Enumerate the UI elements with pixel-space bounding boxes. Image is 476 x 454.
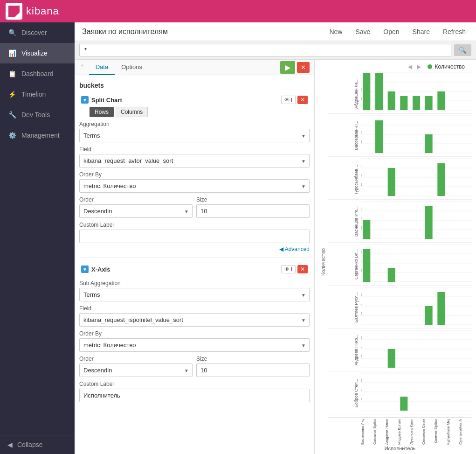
run-button[interactable]: ▶ xyxy=(280,61,295,74)
management-icon: ⚙️ xyxy=(7,131,17,140)
sidebar-item-dashboard[interactable]: 📋 Dashboard xyxy=(0,63,75,84)
svg-text:1: 1 xyxy=(361,311,362,315)
next-arrow-icon[interactable]: ▶ xyxy=(417,63,421,70)
sidebar-item-devtools[interactable]: 🔧 Dev Tools xyxy=(0,105,75,125)
svg-rect-10 xyxy=(375,73,383,110)
logo: kibana xyxy=(6,3,59,20)
size1-input[interactable] xyxy=(196,204,310,218)
refresh-button[interactable]: Refresh xyxy=(440,26,469,37)
open-button[interactable]: Open xyxy=(380,26,402,37)
field1-select-wrap: kibana_request_avtor_value_sort ▼ xyxy=(79,154,310,168)
columns-button[interactable]: Columns xyxy=(116,107,148,117)
svg-text:1: 1 xyxy=(361,354,362,358)
panel-close-button[interactable]: ✕ xyxy=(297,62,310,73)
sidebar-label-visualize: Visualize xyxy=(21,49,48,57)
sidebar-item-timelion[interactable]: ⚡ Timelion xyxy=(0,84,75,105)
order1-select[interactable]: Descendin Ascending xyxy=(79,204,193,218)
tab-data[interactable]: Data xyxy=(89,60,115,75)
svg-text:4: 4 xyxy=(361,201,362,201)
visualize-icon: 📊 xyxy=(7,49,17,58)
svg-text:2: 2 xyxy=(361,302,362,306)
search-button[interactable]: 🔍 xyxy=(454,44,471,56)
logo-text: kibana xyxy=(26,5,59,17)
sidebar-item-visualize[interactable]: 📊 Visualize xyxy=(0,43,75,63)
order-by1-select[interactable]: metric: Количество xyxy=(79,179,310,193)
svg-text:1: 1 xyxy=(361,268,362,272)
svg-rect-80 xyxy=(388,349,395,368)
sidebar-item-discover[interactable]: 🔍 Discover xyxy=(0,22,75,43)
collapse-button[interactable]: ◀ Collapse xyxy=(0,435,75,454)
panel-content: buckets ▼ Split Chart 👁 I ✕ xyxy=(75,75,314,454)
size2-col: Size xyxy=(196,352,310,377)
separator1 xyxy=(79,257,310,258)
svg-text:2: 2 xyxy=(361,87,362,91)
x-axis-title: ▼ X-Axis xyxy=(81,265,110,273)
panel-actions: ▶ ✕ xyxy=(280,60,310,75)
split-chart-toggle[interactable]: ▼ xyxy=(81,96,89,104)
svg-rect-48 xyxy=(425,206,433,239)
chart-row-label: Балтиев Русл... xyxy=(354,292,359,322)
chart-row: Балтиев Русл...1234 xyxy=(328,286,472,328)
x-axis-eye-button[interactable]: 👁 I xyxy=(281,265,296,273)
aggregation1-select-wrap: Terms Filters Range ▼ xyxy=(79,129,310,142)
x-axis-delete-button[interactable]: ✕ xyxy=(297,265,308,273)
aggregation1-select[interactable]: Terms Filters Range xyxy=(79,129,310,142)
panel-tabs: * Data Options ▶ ✕ xyxy=(75,60,314,75)
svg-text:2: 2 xyxy=(361,173,362,177)
svg-rect-70 xyxy=(425,306,433,325)
chart-row: Бобров Степ...1234 xyxy=(328,372,472,414)
sidebar-label-discover: Discover xyxy=(21,29,47,36)
prev-arrow-icon[interactable]: ◀ xyxy=(408,63,412,70)
x-axis-label: Калиев Ербол xyxy=(434,419,446,445)
split-chart-title: ▼ Split Chart xyxy=(81,96,122,104)
order-by2-select[interactable]: metric: Количество xyxy=(79,338,310,352)
field1-label: Field xyxy=(79,146,310,153)
x-axis-label: Мадиев Ергали xyxy=(397,419,409,445)
size2-label: Size xyxy=(196,356,310,362)
save-button[interactable]: Save xyxy=(352,26,373,37)
custom-label2-input[interactable] xyxy=(79,389,310,402)
order1-select-wrap: Descendin Ascending ▼ xyxy=(79,204,193,218)
tab-options[interactable]: Options xyxy=(115,60,149,75)
advanced-link[interactable]: ◀ Advanced xyxy=(79,246,310,252)
sidebar-item-management[interactable]: ⚙️ Management xyxy=(0,125,75,146)
order-size2-row: Order Descendin Ascending ▼ xyxy=(79,352,310,377)
split-chart-label: Split Chart xyxy=(91,97,122,104)
chart-row-label: Вассерман-Л... xyxy=(354,121,359,150)
svg-text:2: 2 xyxy=(361,130,362,134)
chart-svg: 1234 xyxy=(360,244,472,286)
field2-label: Field xyxy=(79,305,310,312)
rows-button[interactable]: Rows xyxy=(90,107,114,117)
custom-label1-input[interactable] xyxy=(79,230,310,243)
sub-agg-select[interactable]: Terms Filters xyxy=(79,288,310,301)
size2-input[interactable] xyxy=(196,363,310,377)
title-bar: Заявки по исполнителям New Save Open Sha… xyxy=(75,22,476,41)
svg-rect-13 xyxy=(413,96,420,110)
timelion-icon: ⚡ xyxy=(7,90,17,99)
split-chart-eye-button[interactable]: 👁 I xyxy=(281,96,296,104)
x-axis-label: Саматов Ербол А... xyxy=(373,419,385,445)
svg-text:3: 3 xyxy=(361,78,362,82)
svg-rect-9 xyxy=(363,73,370,110)
x-axis-toggle[interactable]: ▼ xyxy=(81,265,89,273)
field1-select[interactable]: kibana_request_avtor_value_sort xyxy=(79,154,310,168)
split-chart-delete-button[interactable]: ✕ xyxy=(297,96,308,104)
buckets-section-title: buckets xyxy=(79,82,310,89)
chart-row: Туросынбаева ...1234 xyxy=(328,158,472,200)
svg-rect-26 xyxy=(425,134,433,153)
order-by1-select-wrap: metric: Количество ▼ xyxy=(79,179,310,193)
svg-rect-59 xyxy=(388,268,395,282)
svg-text:4: 4 xyxy=(361,372,362,373)
discover-icon: 🔍 xyxy=(7,28,17,37)
order2-select[interactable]: Descendin Ascending xyxy=(79,363,193,377)
svg-text:1: 1 xyxy=(361,97,362,100)
tab-label: * xyxy=(79,60,85,75)
svg-rect-37 xyxy=(437,163,445,196)
search-input[interactable] xyxy=(79,44,451,56)
field2-select[interactable]: kibana_request_ispolnitel_value_sort xyxy=(79,313,310,327)
chart-svg: 1234 xyxy=(360,286,472,328)
new-button[interactable]: New xyxy=(326,26,345,37)
svg-rect-11 xyxy=(388,91,395,110)
collapse-arrow-icon: ◀ xyxy=(7,441,13,448)
share-button[interactable]: Share xyxy=(410,26,433,37)
